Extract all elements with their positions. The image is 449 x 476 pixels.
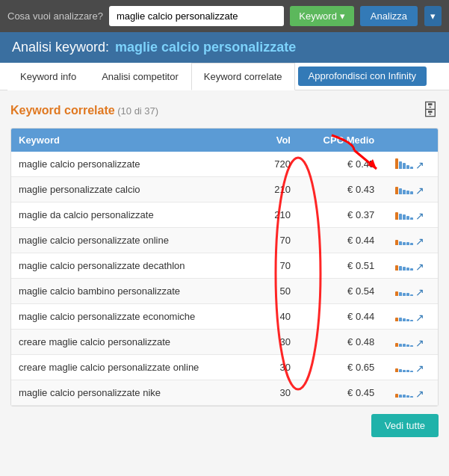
table-container: Keyword Vol CPC Medio maglie calcio pers… — [10, 128, 439, 407]
cell-cpc: € 0.43 — [298, 177, 382, 203]
database-icon: 🗄 — [422, 101, 439, 120]
cell-chart[interactable]: ↗ — [382, 304, 438, 330]
cell-chart[interactable]: ↗ — [382, 152, 438, 177]
cell-keyword: maglie calcio personalizzate economiche — [11, 304, 258, 330]
cell-keyword: maglie calcio bambino personalizzate — [11, 279, 258, 304]
cell-keyword: maglie calcio personalizzate decathlon — [11, 253, 258, 279]
cell-cpc: € 0.37 — [298, 203, 382, 228]
keyword-table: Keyword Vol CPC Medio maglie calcio pers… — [10, 128, 439, 407]
chart-link-icon[interactable]: ↗ — [415, 261, 424, 273]
col-cpc: CPC Medio — [298, 129, 382, 152]
cell-chart[interactable]: ↗ — [382, 253, 438, 279]
cell-cpc: € 0.44 — [298, 304, 382, 330]
bottom-row: Vedi tutte — [10, 414, 439, 437]
cell-chart[interactable]: ↗ — [382, 380, 438, 406]
table-row: maglie calcio personalizzate720€ 0.45↗ — [11, 152, 438, 177]
tab-keyword-correlate[interactable]: Keyword correlate — [191, 63, 295, 90]
cell-keyword: creare maglie calcio personalizzate onli… — [11, 355, 258, 380]
cell-vol: 210 — [258, 203, 298, 228]
col-vol: Vol — [258, 129, 298, 152]
title-prefix: Analisi keyword: — [12, 40, 109, 55]
keyword-button[interactable]: Keyword ▾ — [290, 6, 354, 26]
cell-vol: 40 — [258, 304, 298, 330]
search-label: Cosa vuoi analizzare? — [7, 10, 103, 22]
cell-cpc: € 0.48 — [298, 330, 382, 355]
cell-vol: 210 — [258, 177, 298, 203]
cell-vol: 30 — [258, 380, 298, 406]
table-row: maglie calcio personalizzate online70€ 0… — [11, 228, 438, 253]
chevron-down-icon: ▾ — [340, 10, 345, 22]
chart-link-icon[interactable]: ↗ — [415, 210, 424, 222]
section-title: Keyword correlate — [10, 104, 115, 117]
search-input[interactable] — [109, 6, 284, 26]
table-row: maglie calcio personalizzate decathlon70… — [11, 253, 438, 279]
cell-keyword: maglie calcio personalizzate nike — [11, 380, 258, 406]
chart-link-icon[interactable]: ↗ — [415, 337, 424, 349]
table-row: maglie personalizzate calcio210€ 0.43↗ — [11, 177, 438, 203]
analizza-button[interactable]: Analizza — [360, 6, 418, 26]
cell-keyword: maglie personalizzate calcio — [11, 177, 258, 203]
cell-cpc: € 0.44 — [298, 228, 382, 253]
cell-cpc: € 0.54 — [298, 279, 382, 304]
section-header: Keyword correlate (10 di 37) 🗄 — [10, 101, 439, 120]
chart-link-icon[interactable]: ↗ — [415, 286, 424, 298]
cell-keyword: maglie calcio personalizzate — [11, 152, 258, 177]
col-chart — [382, 129, 438, 152]
title-bar: Analisi keyword: maglie calcio personali… — [0, 32, 449, 63]
cell-keyword: maglie calcio personalizzate online — [11, 228, 258, 253]
cell-chart[interactable]: ↗ — [382, 228, 438, 253]
table-row: creare maglie calcio personalizzate30€ 0… — [11, 330, 438, 355]
vedi-tutte-button[interactable]: Vedi tutte — [371, 414, 439, 437]
chart-link-icon[interactable]: ↗ — [415, 312, 424, 324]
table-row: creare maglie calcio personalizzate onli… — [11, 355, 438, 380]
cell-cpc: € 0.45 — [298, 380, 382, 406]
cell-vol: 70 — [258, 253, 298, 279]
chart-link-icon[interactable]: ↗ — [415, 362, 424, 374]
table-row: maglie calcio personalizzate nike30€ 0.4… — [11, 380, 438, 406]
title-keyword: maglie calcio personalizzate — [115, 40, 296, 55]
table-row: maglie calcio personalizzate economiche4… — [11, 304, 438, 330]
cell-cpc: € 0.51 — [298, 253, 382, 279]
cell-chart[interactable]: ↗ — [382, 330, 438, 355]
cell-chart[interactable]: ↗ — [382, 355, 438, 380]
chart-link-icon[interactable]: ↗ — [415, 235, 424, 247]
keyword-button-label: Keyword — [299, 10, 337, 22]
cell-cpc: € 0.65 — [298, 355, 382, 380]
cell-vol: 30 — [258, 355, 298, 380]
tab-keyword-info[interactable]: Keyword info — [7, 63, 89, 90]
content-area: Keyword correlate (10 di 37) 🗄 Keyword V… — [0, 90, 449, 448]
cell-keyword: maglie da calcio personalizzate — [11, 203, 258, 228]
cell-vol: 720 — [258, 152, 298, 177]
section-title-row: Keyword correlate (10 di 37) — [10, 104, 158, 117]
cell-cpc: € 0.45 — [298, 152, 382, 177]
cell-vol: 50 — [258, 279, 298, 304]
cell-chart[interactable]: ↗ — [382, 279, 438, 304]
top-bar: Cosa vuoi analizzare? Keyword ▾ Analizza… — [0, 0, 449, 32]
col-keyword: Keyword — [11, 129, 258, 152]
cell-chart[interactable]: ↗ — [382, 203, 438, 228]
chart-link-icon[interactable]: ↗ — [415, 388, 424, 400]
tab-approfondisci[interactable]: Approfondisci con Infinity — [298, 67, 427, 86]
analizza-split-button[interactable]: ▾ — [424, 6, 442, 26]
tabs-container: Keyword info Analisi competitor Keyword … — [0, 63, 449, 90]
cell-vol: 70 — [258, 228, 298, 253]
chart-link-icon[interactable]: ↗ — [415, 159, 424, 171]
section-count: (10 di 37) — [117, 105, 158, 117]
cell-keyword: creare maglie calcio personalizzate — [11, 330, 258, 355]
chart-link-icon[interactable]: ↗ — [415, 185, 424, 197]
table-row: maglie da calcio personalizzate210€ 0.37… — [11, 203, 438, 228]
table-row: maglie calcio bambino personalizzate50€ … — [11, 279, 438, 304]
tab-analisi-competitor[interactable]: Analisi competitor — [89, 63, 191, 90]
cell-vol: 30 — [258, 330, 298, 355]
cell-chart[interactable]: ↗ — [382, 177, 438, 203]
table-header-row: Keyword Vol CPC Medio — [11, 129, 438, 152]
